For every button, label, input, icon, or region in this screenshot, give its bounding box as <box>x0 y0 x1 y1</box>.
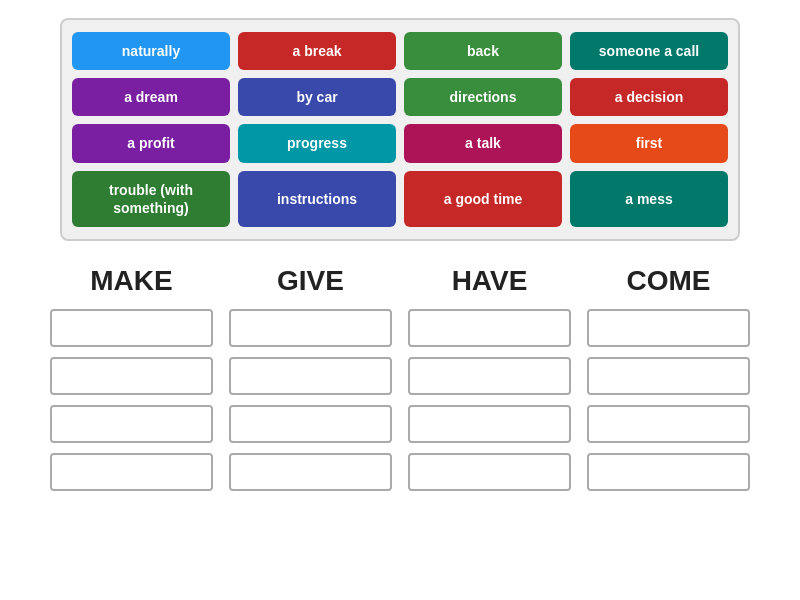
word-btn-11[interactable]: first <box>570 124 728 162</box>
drop-box-have-1[interactable] <box>408 357 571 395</box>
drop-box-have-0[interactable] <box>408 309 571 347</box>
drop-box-give-2[interactable] <box>229 405 392 443</box>
category-headers: MAKEGIVEHAVECOME <box>50 265 750 297</box>
word-btn-8[interactable]: a profit <box>72 124 230 162</box>
drop-box-have-2[interactable] <box>408 405 571 443</box>
word-btn-3[interactable]: someone a call <box>570 32 728 70</box>
drop-zones <box>50 309 750 491</box>
word-btn-4[interactable]: a dream <box>72 78 230 116</box>
word-btn-2[interactable]: back <box>404 32 562 70</box>
word-btn-15[interactable]: a mess <box>570 171 728 227</box>
drop-box-make-1[interactable] <box>50 357 213 395</box>
category-header-make: MAKE <box>50 265 213 297</box>
drop-box-have-3[interactable] <box>408 453 571 491</box>
word-btn-12[interactable]: trouble (with something) <box>72 171 230 227</box>
drop-box-give-0[interactable] <box>229 309 392 347</box>
drop-box-give-3[interactable] <box>229 453 392 491</box>
category-header-have: HAVE <box>408 265 571 297</box>
word-btn-0[interactable]: naturally <box>72 32 230 70</box>
word-grid: naturallya breakbacksomeone a calla drea… <box>72 32 728 227</box>
drop-box-make-0[interactable] <box>50 309 213 347</box>
drop-box-come-3[interactable] <box>587 453 750 491</box>
word-btn-6[interactable]: directions <box>404 78 562 116</box>
word-btn-10[interactable]: a talk <box>404 124 562 162</box>
word-btn-1[interactable]: a break <box>238 32 396 70</box>
drop-box-make-3[interactable] <box>50 453 213 491</box>
word-btn-7[interactable]: a decision <box>570 78 728 116</box>
category-header-come: COME <box>587 265 750 297</box>
word-bank: naturallya breakbacksomeone a calla drea… <box>60 18 740 241</box>
drop-box-come-0[interactable] <box>587 309 750 347</box>
categories-section: MAKEGIVEHAVECOME <box>50 265 750 491</box>
word-btn-13[interactable]: instructions <box>238 171 396 227</box>
word-btn-14[interactable]: a good time <box>404 171 562 227</box>
drop-box-come-1[interactable] <box>587 357 750 395</box>
drop-box-come-2[interactable] <box>587 405 750 443</box>
category-header-give: GIVE <box>229 265 392 297</box>
drop-box-make-2[interactable] <box>50 405 213 443</box>
drop-box-give-1[interactable] <box>229 357 392 395</box>
word-btn-9[interactable]: progress <box>238 124 396 162</box>
word-btn-5[interactable]: by car <box>238 78 396 116</box>
